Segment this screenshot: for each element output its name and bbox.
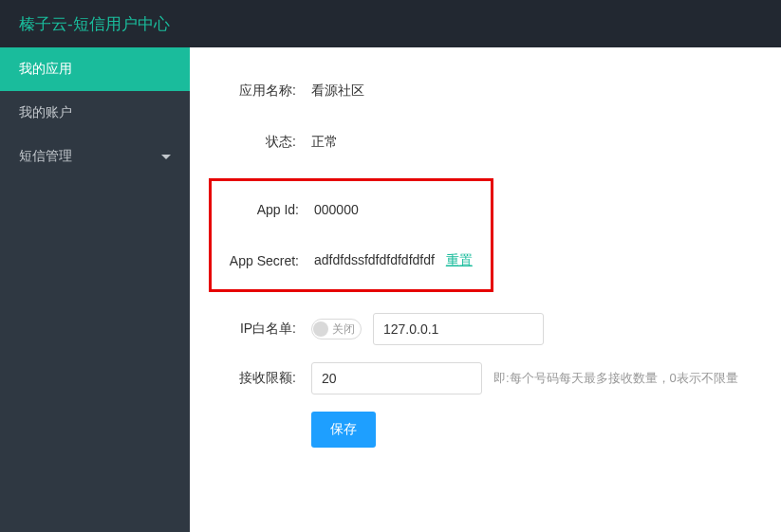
toggle-label: 关闭	[332, 321, 355, 338]
value-status: 正常	[304, 134, 338, 151]
value-appname: 看源社区	[304, 83, 364, 100]
sidebar-item-smsmanage[interactable]: 短信管理	[0, 135, 190, 178]
row-appid: App Id: 000000	[212, 194, 491, 225]
sidebar-item-myapp[interactable]: 我的应用	[0, 47, 190, 91]
sidebar-item-label: 短信管理	[19, 148, 72, 165]
chevron-down-icon	[161, 155, 171, 159]
sidebar-item-myaccount[interactable]: 我的账户	[0, 91, 190, 135]
label-appid: App Id:	[212, 202, 307, 217]
label-status: 状态:	[209, 134, 304, 151]
save-button[interactable]: 保存	[311, 412, 376, 448]
reset-link[interactable]: 重置	[446, 252, 473, 267]
label-limit: 接收限额:	[209, 370, 304, 387]
sidebar-item-label: 我的账户	[19, 104, 72, 121]
row-status: 状态: 正常	[209, 127, 762, 157]
header: 榛子云-短信用户中心	[0, 0, 781, 47]
row-limit: 接收限额: 即:每个号码每天最多接收数量，0表示不限量	[209, 362, 762, 394]
ip-input[interactable]	[373, 313, 544, 345]
row-appname: 应用名称: 看源社区	[209, 76, 762, 106]
value-appsecret: adfdfdssfdfdfdfdfdfdf 重置	[307, 252, 473, 269]
label-appname: 应用名称:	[209, 83, 304, 100]
highlight-box: App Id: 000000 App Secret: adfdfdssfdfdf…	[209, 178, 493, 292]
appsecret-text: adfdfdssfdfdfdfdfdfdf	[314, 252, 435, 267]
sidebar-item-label: 我的应用	[19, 61, 72, 78]
toggle-circle-icon	[313, 321, 328, 337]
label-ipwhitelist: IP白名单:	[209, 321, 304, 338]
row-ipwhitelist: IP白名单: 关闭	[209, 313, 762, 345]
value-appid: 000000	[307, 202, 359, 217]
label-appsecret: App Secret:	[212, 253, 307, 268]
header-title: 榛子云-短信用户中心	[19, 13, 170, 35]
row-appsecret: App Secret: adfdfdssfdfdfdfdfdfdf 重置	[212, 246, 491, 276]
ip-toggle[interactable]: 关闭	[311, 319, 362, 339]
limit-help: 即:每个号码每天最多接收数量，0表示不限量	[493, 370, 738, 387]
main-content: 应用名称: 看源社区 状态: 正常 App Id: 000000 App Sec…	[190, 47, 781, 532]
sidebar: 我的应用 我的账户 短信管理	[0, 47, 190, 532]
limit-input[interactable]	[311, 362, 482, 394]
